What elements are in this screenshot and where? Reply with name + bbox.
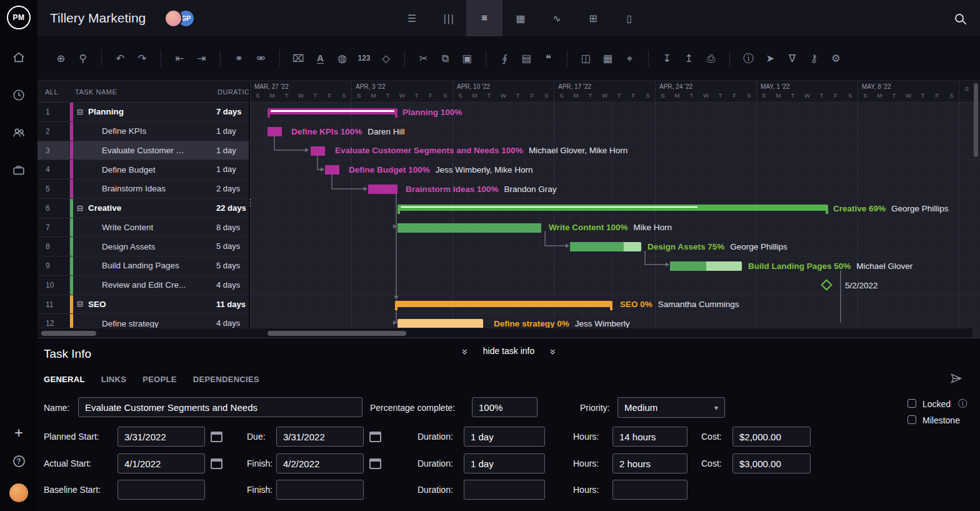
calendar-view-icon[interactable]: ⊞ — [575, 0, 611, 36]
activity-view-icon[interactable]: ∿ — [539, 0, 575, 36]
lock-icon[interactable]: ⚷ — [803, 48, 825, 69]
calendar-icon[interactable] — [211, 458, 222, 469]
outdent-icon[interactable]: ⇤ — [169, 48, 191, 69]
collapse-icon[interactable]: ⊟ — [77, 300, 83, 308]
table-row[interactable]: 8Design Assets5 days — [38, 237, 249, 256]
assign-people-icon[interactable]: ⚲ — [72, 48, 94, 69]
due-input[interactable] — [276, 427, 364, 447]
zoom-icon[interactable]: ⌖ — [619, 48, 641, 69]
planned-cost-input[interactable] — [732, 427, 811, 447]
board-view-icon[interactable]: ∣∣∣ — [430, 0, 466, 36]
comment-icon[interactable]: ❝ — [538, 48, 559, 69]
link-tasks-icon[interactable]: ⚭ — [228, 48, 250, 69]
app-logo[interactable]: PM — [7, 6, 31, 29]
redo-icon[interactable]: ↷ — [131, 48, 153, 69]
collapse-icon[interactable]: ⊟ — [77, 204, 83, 213]
notes-icon[interactable]: ▤ — [516, 48, 538, 69]
vertical-scroll-thumb[interactable] — [974, 83, 978, 157]
sheet-view-icon[interactable]: ▦ — [502, 0, 539, 36]
table-row[interactable]: 2Define KPIs1 day — [38, 122, 249, 141]
delete-icon[interactable]: ⌧ — [288, 48, 309, 69]
task-bar[interactable] — [570, 242, 641, 251]
baseline-hours-input[interactable] — [612, 480, 688, 500]
add-task-icon[interactable]: ⊕ — [50, 48, 72, 69]
actual-duration-input[interactable] — [464, 453, 545, 473]
baseline-duration-input[interactable] — [464, 480, 545, 500]
summary-bar[interactable] — [268, 108, 398, 114]
fill-color-icon[interactable]: ◍ — [331, 48, 353, 69]
actual-finish-input[interactable] — [276, 453, 364, 473]
avatar[interactable] — [164, 9, 182, 28]
help-icon[interactable]: ? — [13, 455, 25, 467]
planned-start-input[interactable] — [118, 427, 205, 447]
pane-splitter[interactable]: ⋮ — [246, 197, 255, 208]
info-icon[interactable]: ⓘ — [958, 398, 967, 410]
task-bar[interactable] — [268, 127, 282, 136]
milestone-diamond[interactable] — [821, 279, 832, 290]
add-icon[interactable]: + — [14, 427, 23, 439]
calendar-icon[interactable] — [211, 432, 222, 442]
tab-people[interactable]: PEOPLE — [142, 375, 177, 384]
planned-duration-input[interactable] — [464, 427, 545, 447]
task-bar[interactable] — [398, 319, 483, 328]
home-icon[interactable] — [12, 51, 26, 64]
attachment-icon[interactable]: ∮ — [494, 48, 516, 69]
summary-bar[interactable] — [398, 205, 828, 211]
column-task-name[interactable]: TASK NAME — [70, 81, 216, 102]
milestone-icon[interactable]: ◇ — [375, 48, 397, 69]
cut-icon[interactable]: ✂ — [412, 48, 434, 69]
hide-task-info-button[interactable]: » hide task info » — [462, 345, 554, 357]
milestone-checkbox[interactable] — [908, 415, 916, 424]
copy-icon[interactable]: ⧉ — [434, 48, 456, 69]
task-bar[interactable] — [368, 185, 398, 194]
people-icon[interactable] — [12, 126, 26, 139]
table-row[interactable]: 6⊟Creative22 days — [38, 199, 249, 218]
grid-icon[interactable]: ▦ — [597, 48, 619, 69]
actual-start-input[interactable] — [118, 453, 205, 473]
user-avatar[interactable] — [9, 483, 28, 502]
calendar-icon[interactable] — [369, 432, 381, 442]
send-icon[interactable] — [950, 372, 962, 387]
tab-links[interactable]: LINKS — [101, 375, 127, 384]
table-row[interactable]: 7Write Content8 days — [38, 218, 249, 238]
baseline-finish-input[interactable] — [276, 480, 364, 500]
task-bar[interactable] — [398, 223, 541, 233]
number-format-icon[interactable]: 123 — [353, 48, 375, 69]
table-row[interactable]: 9Build Landing Pages5 days — [38, 256, 249, 276]
task-name-input[interactable] — [78, 397, 362, 417]
clock-icon[interactable] — [12, 88, 26, 102]
gantt-view-icon[interactable]: ≡ — [466, 0, 502, 36]
unlink-tasks-icon[interactable]: ⚮ — [250, 48, 272, 69]
table-row[interactable]: 1⊟Planning7 days — [38, 103, 249, 122]
font-color-icon[interactable]: A — [309, 48, 331, 69]
table-row[interactable]: 11⊟SEO11 days — [38, 295, 249, 315]
portfolio-icon[interactable] — [12, 163, 26, 177]
table-row[interactable]: 4Define Budget1 day — [38, 160, 249, 180]
docs-view-icon[interactable]: ▯ — [611, 0, 648, 36]
task-bar[interactable] — [325, 165, 339, 175]
task-bar[interactable] — [311, 146, 325, 156]
summary-bar[interactable] — [395, 301, 612, 307]
locked-checkbox[interactable] — [908, 399, 916, 408]
actual-hours-input[interactable] — [612, 453, 688, 473]
list-view-icon[interactable]: ☰ — [394, 0, 430, 36]
planned-hours-input[interactable] — [612, 427, 688, 447]
columns-icon[interactable]: ◫ — [575, 48, 597, 69]
actual-cost-input[interactable] — [732, 453, 811, 473]
table-scroll-thumb[interactable] — [41, 331, 96, 336]
gantt-scroll-thumb[interactable] — [268, 331, 406, 336]
tab-general[interactable]: GENERAL — [44, 375, 85, 384]
print-icon[interactable]: ⎙ — [700, 48, 722, 69]
column-all[interactable]: ALL — [38, 81, 70, 102]
collapse-icon[interactable]: ⊟ — [77, 108, 83, 116]
priority-select[interactable]: Medium ▾ — [618, 397, 725, 418]
settings-icon[interactable]: ⚙ — [825, 48, 847, 69]
share-icon[interactable]: ➤ — [759, 48, 781, 69]
search-icon[interactable] — [955, 14, 964, 23]
paste-icon[interactable]: ▣ — [456, 48, 478, 69]
task-bar[interactable] — [670, 261, 742, 271]
import-icon[interactable]: ↧ — [656, 48, 678, 69]
baseline-start-input[interactable] — [118, 480, 205, 500]
export-icon[interactable]: ↥ — [678, 48, 700, 69]
indent-icon[interactable]: ⇥ — [191, 48, 212, 69]
